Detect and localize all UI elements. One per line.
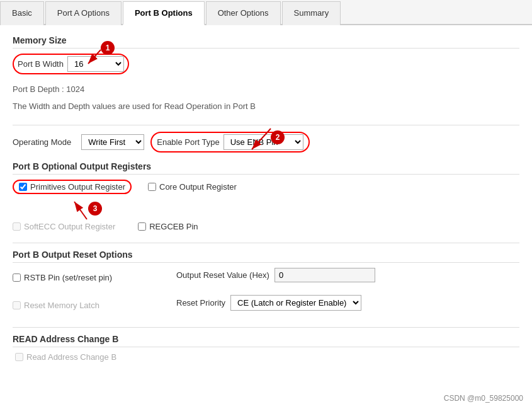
- tab-basic[interactable]: Basic: [0, 1, 44, 25]
- output-reset-value-input[interactable]: [274, 268, 375, 282]
- output-reset-value-row: Output Reset Value (Hex): [176, 268, 519, 282]
- output-reset-value-label: Output Reset Value (Hex): [176, 270, 269, 280]
- memory-size-section: Memory Size Port B Width 16832421 1: [13, 35, 519, 113]
- primitives-output-register-label: Primitives Output Register: [30, 182, 125, 192]
- softECC-output-register-label: SoftECC Output Register: [24, 222, 115, 231]
- primitives-output-register-checkbox[interactable]: [19, 183, 27, 191]
- tab-summary[interactable]: Summary: [282, 1, 341, 25]
- rstb-pin-item[interactable]: RSTB Pin (set/reset pin): [13, 273, 176, 282]
- tab-other-options[interactable]: Other Options: [206, 1, 281, 25]
- rstb-pin-label: RSTB Pin (set/reset pin): [24, 273, 112, 282]
- read-address-change-b-label: Read Address Change B: [26, 352, 116, 362]
- width-depth-note: The Width and Depth values are used for …: [13, 101, 256, 111]
- reset-priority-label: Reset Priority: [176, 298, 225, 308]
- read-address-change-b-checkbox: [15, 353, 23, 361]
- second-checkbox-row: SoftECC Output Register REGCEB Pin: [13, 222, 519, 231]
- operating-mode-label: Operating Mode: [13, 137, 71, 147]
- port-b-depth-text: Port B Depth : 1024: [13, 84, 84, 94]
- optional-output-registers-section: Port B Optional Output Registers Primiti…: [13, 161, 519, 231]
- tab-port-a-options[interactable]: Port A Options: [45, 1, 122, 25]
- memory-size-title: Memory Size: [13, 35, 519, 49]
- rstb-pin-checkbox[interactable]: [13, 274, 21, 282]
- port-b-width-label: Port B Width: [18, 59, 64, 69]
- core-output-register-label: Core Output Register: [159, 182, 237, 192]
- reset-memory-latch-label: Reset Memory Latch: [24, 301, 99, 310]
- watermark: CSDN @m0_59825000: [444, 394, 523, 403]
- operating-mode-select[interactable]: Write FirstRead FirstNo Change: [81, 134, 144, 150]
- reset-priority-row: Reset Priority CE (Latch or Register Ena…: [176, 295, 519, 311]
- primitives-oval: Primitives Output Register: [13, 180, 132, 194]
- annotation-1: 1: [101, 41, 115, 55]
- output-reset-options-section: Port B Output Reset Options RSTB Pin (se…: [13, 250, 519, 316]
- regceb-pin-checkbox[interactable]: [138, 222, 146, 231]
- reset-priority-select[interactable]: CE (Latch or Register Enable)SR (Set/Res…: [230, 295, 361, 311]
- enable-port-type-select[interactable]: Use ENB PinAlways Enabled: [224, 134, 303, 150]
- annotation-2: 2: [271, 130, 285, 144]
- reset-memory-latch-checkbox: [13, 301, 21, 309]
- read-address-change-b-item: Read Address Change B: [15, 352, 519, 362]
- svg-line-5: [74, 202, 87, 219]
- softECC-output-register-item: SoftECC Output Register: [13, 222, 115, 231]
- regceb-pin-item[interactable]: REGCEB Pin: [138, 222, 198, 231]
- tabs-bar: BasicPort A OptionsPort B OptionsOther O…: [0, 0, 532, 25]
- tab-port-b-options[interactable]: Port B Options: [123, 1, 205, 25]
- annotation-3: 3: [88, 202, 102, 216]
- reset-memory-latch-item: Reset Memory Latch: [13, 301, 176, 310]
- regceb-pin-label: REGCEB Pin: [149, 222, 198, 231]
- enable-port-type-label: Enable Port Type: [157, 137, 220, 147]
- primitives-output-register-item[interactable]: Primitives Output Register: [19, 182, 125, 192]
- core-output-register-checkbox[interactable]: [148, 183, 156, 191]
- operating-mode-row: Operating Mode Write FirstRead FirstNo C…: [13, 132, 519, 153]
- output-reset-options-title: Port B Output Reset Options: [13, 250, 519, 263]
- optional-output-registers-title: Port B Optional Output Registers: [13, 161, 519, 175]
- softECC-output-register-checkbox: [13, 222, 21, 231]
- core-output-register-item[interactable]: Core Output Register: [148, 182, 237, 192]
- read-address-section: READ Address Change B Read Address Chang…: [13, 334, 519, 362]
- read-address-title: READ Address Change B: [13, 334, 519, 347]
- port-b-width-select[interactable]: 16832421: [67, 56, 124, 72]
